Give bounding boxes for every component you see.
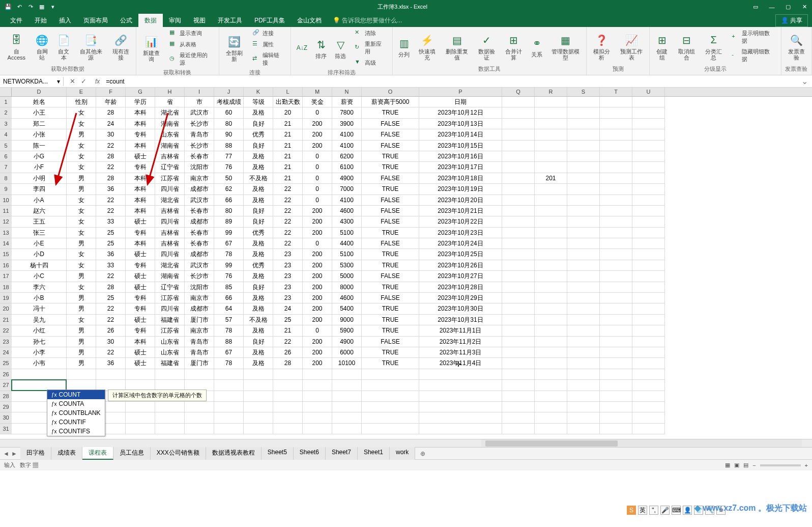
cell[interactable]: 3900 — [332, 119, 362, 129]
cell[interactable]: 2023年10月16日 — [419, 151, 502, 162]
cell[interactable]: 硕士 — [126, 347, 155, 358]
cell[interactable]: 出勤天数 — [273, 97, 303, 107]
col-header-R[interactable]: R — [535, 88, 567, 96]
cell[interactable] — [632, 424, 665, 434]
cell[interactable]: 0 — [303, 325, 332, 336]
cell[interactable]: 36 — [96, 249, 126, 260]
cell[interactable] — [632, 107, 665, 118]
cell[interactable]: 22 — [273, 195, 303, 206]
cell[interactable]: 良好 — [244, 119, 273, 129]
cell[interactable] — [535, 195, 567, 206]
autocomplete-item[interactable]: ƒxCOUNTIFS — [47, 427, 105, 436]
cell[interactable] — [632, 206, 665, 216]
cell[interactable] — [632, 228, 665, 238]
cell[interactable] — [632, 325, 665, 336]
cell[interactable]: 9000 — [332, 315, 362, 325]
cell[interactable]: 吴九 — [12, 315, 67, 325]
cell[interactable] — [600, 97, 632, 107]
cell[interactable]: 2023年11月2日 — [419, 337, 502, 347]
cell[interactable] — [214, 369, 244, 380]
cell[interactable]: 4600 — [332, 293, 362, 303]
cell[interactable] — [600, 325, 632, 336]
cell[interactable] — [632, 162, 665, 173]
cell[interactable]: 23 — [273, 282, 303, 293]
cell[interactable] — [535, 358, 567, 369]
cell[interactable]: FALSE — [362, 206, 419, 216]
cell[interactable]: 福建省 — [155, 315, 185, 325]
cell[interactable] — [600, 293, 632, 303]
tab-review[interactable]: 审阅 — [163, 14, 187, 27]
cell[interactable] — [600, 347, 632, 358]
cell[interactable] — [419, 412, 502, 423]
cell[interactable]: 女 — [67, 119, 96, 129]
cell[interactable] — [567, 293, 600, 303]
cell[interactable]: 良好 — [244, 282, 273, 293]
row-header[interactable]: 3 — [0, 119, 12, 129]
cell[interactable]: TRUE — [362, 347, 419, 358]
cell[interactable]: TRUE — [362, 303, 419, 314]
cell[interactable]: 5100 — [332, 228, 362, 238]
cell[interactable]: 200 — [303, 315, 332, 325]
cell[interactable]: 优秀 — [244, 228, 273, 238]
cell[interactable] — [535, 119, 567, 129]
ime-keyboard-icon[interactable]: ⌨ — [672, 506, 681, 515]
cell[interactable]: 77 — [214, 151, 244, 162]
cell[interactable]: 23 — [273, 249, 303, 260]
cell[interactable]: 2023年10月27日 — [419, 271, 502, 282]
cell[interactable] — [502, 315, 535, 325]
cell[interactable]: 男 — [67, 271, 96, 282]
cell[interactable]: 湖北省 — [155, 107, 185, 118]
cell[interactable]: 山东省 — [155, 337, 185, 347]
cell[interactable]: 冯十 — [12, 303, 67, 314]
cell[interactable]: 23 — [273, 293, 303, 303]
col-header-F[interactable]: F — [96, 88, 126, 96]
redo-icon[interactable]: ↷ — [26, 3, 35, 11]
col-header-Q[interactable]: Q — [502, 88, 535, 96]
cell[interactable]: 21 — [273, 162, 303, 173]
cell[interactable] — [535, 303, 567, 314]
cell[interactable] — [502, 260, 535, 271]
cell[interactable] — [303, 391, 332, 402]
ime-punct[interactable]: ", — [649, 506, 658, 515]
cell[interactable]: 21 — [273, 119, 303, 129]
cell[interactable]: 28 — [96, 282, 126, 293]
cell[interactable]: 及格 — [244, 293, 273, 303]
cell[interactable] — [185, 412, 214, 423]
cell[interactable] — [126, 369, 155, 380]
cell[interactable] — [535, 141, 567, 151]
cell[interactable] — [600, 358, 632, 369]
tab-dev[interactable]: 开发工具 — [212, 14, 248, 27]
formula-bar[interactable]: =count — [103, 78, 797, 85]
cell[interactable] — [96, 369, 126, 380]
cell[interactable] — [273, 380, 303, 391]
cell[interactable] — [332, 412, 362, 423]
cell[interactable]: 26 — [96, 325, 126, 336]
cell[interactable]: 女 — [67, 206, 96, 216]
cell[interactable]: 及格 — [244, 184, 273, 195]
tab-layout[interactable]: 页面布局 — [77, 14, 114, 27]
cell[interactable] — [244, 402, 273, 412]
sheet-tab[interactable]: 成绩表 — [51, 447, 82, 460]
cell[interactable]: 4600 — [332, 206, 362, 216]
cell[interactable]: 女 — [67, 151, 96, 162]
cell[interactable] — [535, 293, 567, 303]
cell[interactable] — [502, 162, 535, 173]
cell[interactable]: 南京市 — [185, 325, 214, 336]
zoom-out-icon[interactable]: − — [752, 462, 756, 468]
cell[interactable] — [535, 424, 567, 434]
chevron-down-icon[interactable]: ▾ — [57, 78, 60, 85]
save-icon[interactable]: 💾 — [4, 3, 12, 11]
cell[interactable]: 200 — [303, 271, 332, 282]
cell[interactable] — [502, 424, 535, 434]
row-header[interactable]: 8 — [0, 173, 12, 184]
sort-az-button[interactable]: A↓Z — [293, 39, 311, 57]
cell[interactable] — [600, 238, 632, 249]
cell[interactable] — [567, 282, 600, 293]
cell[interactable]: 及格 — [244, 249, 273, 260]
cell[interactable]: 湖南省 — [155, 141, 185, 151]
cell[interactable] — [502, 249, 535, 260]
ime-menu-icon[interactable]: ≡ — [716, 506, 726, 515]
cell[interactable] — [600, 412, 632, 423]
cell[interactable]: 男 — [67, 238, 96, 249]
cell[interactable] — [332, 424, 362, 434]
